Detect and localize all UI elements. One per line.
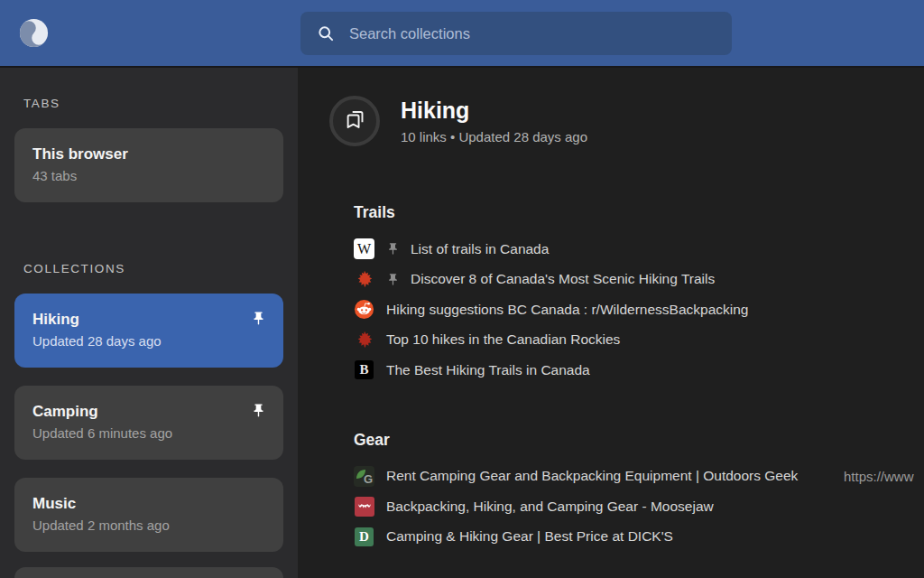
pin-icon[interactable] [251,403,266,418]
collection-title: Hiking [401,98,587,124]
collection-meta: 10 links • Updated 28 days ago [401,129,587,144]
sidebar-collection-music[interactable]: Music Updated 2 months ago [14,478,283,552]
pin-icon[interactable] [386,242,400,256]
link-row[interactable]: D Camping & Hiking Gear | Best Price at … [354,522,924,553]
collection-card-subtitle: Updated 6 minutes ago [32,425,265,441]
app-logo-icon [18,17,50,49]
link-row[interactable]: B The Best Hiking Trails in Canada [354,355,924,386]
collection-card-subtitle: Updated 2 months ago [32,517,265,533]
maple-leaf-icon [354,269,374,290]
sidebar-card-this-browser[interactable]: This browser 43 tabs [14,128,283,202]
link-url-preview: https://www [844,469,914,484]
sidebar-card-partial[interactable] [14,567,283,578]
search-box[interactable] [300,12,732,55]
link-row[interactable]: Discover 8 of Canada's Most Scenic Hikin… [354,265,924,295]
browser-card-subtitle: 43 tabs [32,168,265,183]
collection-card-title: Music [32,495,265,513]
moosejaw-icon [354,496,374,517]
maple-leaf-dark-icon [354,330,374,350]
collection-card-subtitle: Updated 28 days ago [32,333,265,349]
main-panel: Hiking 10 links • Updated 28 days ago Tr… [298,66,924,578]
link-sections: Trails W List of trails in Canada Discov… [354,203,924,578]
search-input[interactable] [349,25,716,42]
link-section: Gear G Rent Camping Gear and Backpacking… [354,431,924,553]
section-title: Trails [354,203,924,222]
search-icon [317,24,335,42]
tabs-section-label: TABS [23,97,283,110]
link-label: Hiking suggestions BC Canada : r/Wildern… [386,302,748,318]
link-row[interactable]: Hiking suggestions BC Canada : r/Wildern… [354,294,924,325]
link-label: Rent Camping Gear and Backpacking Equipm… [386,468,798,484]
bookmarks-icon [343,107,367,135]
sidebar-collection-hiking[interactable]: Hiking Updated 28 days ago [14,294,283,368]
link-label: Camping & Hiking Gear | Best Price at DI… [386,528,673,545]
collection-card-title: Hiking [32,311,265,329]
browser-card-title: This browser [32,145,265,163]
sidebar-collection-camping[interactable]: Camping Updated 6 minutes ago [14,386,283,460]
collection-avatar [329,96,380,146]
link-label: Backpacking, Hiking, and Camping Gear - … [386,499,714,515]
collection-header: Hiking 10 links • Updated 28 days ago [329,96,587,146]
link-label: List of trails in Canada [411,241,549,257]
link-row[interactable]: Backpacking, Hiking, and Camping Gear - … [354,491,924,522]
collection-card-title: Camping [32,403,265,421]
link-row[interactable]: W List of trails in Canada [354,234,924,265]
link-label: Top 10 hikes in the Canadian Rockies [386,331,620,348]
pin-icon[interactable] [251,311,266,326]
app-header [0,0,924,66]
black-b-icon: B [354,359,374,380]
sidebar: TABS This browser 43 tabs COLLECTIONS Hi… [0,66,298,578]
link-label: Discover 8 of Canada's Most Scenic Hikin… [411,271,715,287]
pin-icon[interactable] [386,273,400,286]
reddit-icon [354,299,374,320]
link-row[interactable]: G Rent Camping Gear and Backpacking Equi… [354,461,924,492]
link-label: The Best Hiking Trails in Canada [386,362,590,378]
dicks-icon: D [354,527,374,547]
link-row[interactable]: Top 10 hikes in the Canadian Rockies [354,325,924,356]
outdoors-geek-icon: G [354,466,374,487]
section-title: Gear [354,431,924,450]
wikipedia-icon: W [354,238,374,259]
link-section: Trails W List of trails in Canada Discov… [354,203,924,386]
collections-section-label: COLLECTIONS [23,262,283,275]
collection-list: Hiking Updated 28 days ago Camping Updat… [14,294,283,552]
